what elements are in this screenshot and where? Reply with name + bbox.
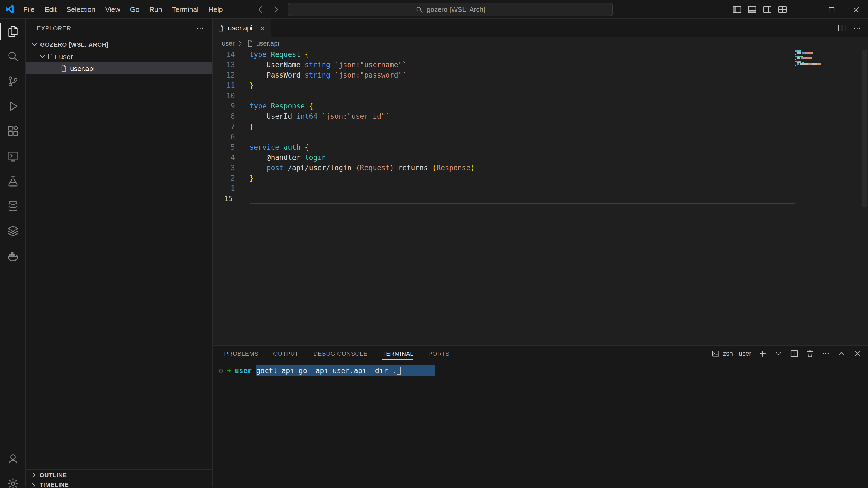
minimize-button[interactable] [795, 0, 819, 19]
menu-selection[interactable]: Selection [62, 0, 100, 19]
titlebar: FileEditSelectionViewGoRunTerminalHelp g… [0, 0, 868, 19]
activitybar-search[interactable] [0, 44, 26, 69]
code-line[interactable]: 9type Response { [213, 101, 868, 111]
split-editor-icon[interactable] [838, 24, 846, 32]
activitybar-source-control[interactable] [0, 69, 26, 94]
editor-more-actions-icon[interactable] [853, 24, 862, 32]
toggle-panel-icon[interactable] [748, 5, 757, 14]
minimap[interactable] [795, 51, 839, 68]
kill-terminal-icon[interactable] [806, 349, 814, 358]
menu-terminal[interactable]: Terminal [167, 0, 204, 19]
terminal-instance-badge[interactable]: zsh - user [712, 350, 751, 357]
terminal-content[interactable]: ➜ user goctl api go -api user.api -dir . [213, 361, 868, 376]
search-icon [7, 51, 19, 62]
panel-tab-problems[interactable]: PROBLEMS [224, 346, 258, 361]
activitybar-testing[interactable] [0, 169, 26, 194]
code-line[interactable]: 2} [213, 173, 868, 183]
accounts-icon [7, 453, 19, 465]
code-line[interactable]: 7} [213, 122, 868, 132]
vscode-logo-icon [5, 4, 15, 14]
terminal-dropdown-chevron-icon[interactable] [774, 349, 783, 358]
nav-forward-icon[interactable] [271, 5, 280, 14]
editor-tabbar: user.api [213, 19, 868, 37]
toggle-secondary-sidebar-icon[interactable] [763, 5, 772, 14]
breadcrumb-file[interactable]: user.api [256, 40, 279, 47]
new-terminal-icon[interactable] [758, 349, 767, 358]
menu-help[interactable]: Help [204, 0, 228, 19]
menu-go[interactable]: Go [125, 0, 145, 19]
tab-user-api[interactable]: user.api [213, 19, 271, 37]
code-line[interactable]: 13 UserName string `json:"username"` [213, 60, 868, 70]
file-icon [247, 40, 254, 47]
activitybar-settings[interactable] [0, 471, 26, 488]
panel-more-actions-icon[interactable] [822, 349, 830, 358]
activitybar-layers[interactable] [0, 219, 26, 243]
breadcrumb-folder[interactable]: user [222, 40, 235, 47]
prompt-arrow: ➜ [227, 366, 231, 375]
code-line[interactable]: 12 PassWord string `json:"password"` [213, 70, 868, 80]
code-line[interactable]: 8 UserId int64 `json:"user_id"` [213, 111, 868, 122]
customize-layout-icon[interactable] [778, 5, 787, 14]
tree-item-label: user.api [70, 64, 95, 72]
activitybar-run-and-debug[interactable] [0, 94, 26, 119]
panel-tab-output[interactable]: OUTPUT [273, 346, 299, 361]
workspace-root[interactable]: GOZERO [WSL: ARCH] [26, 38, 212, 51]
workspace-label: GOZERO [WSL: ARCH] [40, 41, 108, 48]
code-line[interactable]: 11} [213, 80, 868, 91]
activitybar-extensions[interactable] [0, 119, 26, 144]
tab-close-icon[interactable] [259, 24, 267, 32]
terminal-selection: goctl api go -api user.api -dir . [256, 365, 435, 376]
code-line[interactable]: 14type Request { [213, 50, 868, 60]
explorer-icon [7, 26, 19, 37]
toggle-sidebar-icon[interactable] [733, 5, 742, 14]
editor-scrollbar[interactable] [862, 50, 867, 207]
code-line[interactable]: 1 [213, 183, 868, 194]
code-line[interactable]: 10 [213, 91, 868, 101]
split-terminal-icon[interactable] [790, 349, 799, 358]
line-number: 3 [213, 163, 235, 173]
activitybar-accounts[interactable] [0, 446, 26, 471]
line-number: 15 [213, 194, 235, 204]
panel-tab-debug-console[interactable]: DEBUG CONSOLE [313, 346, 368, 361]
close-panel-icon[interactable] [853, 349, 862, 358]
menu-view[interactable]: View [100, 0, 125, 19]
sidebar-section-outline[interactable]: OUTLINE [26, 469, 212, 480]
activitybar-explorer[interactable] [0, 19, 26, 44]
menubar: FileEditSelectionViewGoRunTerminalHelp [19, 0, 228, 19]
code-line[interactable]: 6 [213, 132, 868, 142]
menu-run[interactable]: Run [144, 0, 167, 19]
activitybar-database[interactable] [0, 194, 26, 219]
close-button[interactable] [844, 0, 868, 19]
command-center[interactable]: gozero [WSL: Arch] [287, 3, 613, 16]
explorer-more-actions-icon[interactable] [196, 24, 205, 33]
settings-icon [7, 478, 19, 488]
chevron-right-icon [29, 482, 38, 487]
panel-tab-ports[interactable]: PORTS [428, 346, 450, 361]
command-center-label: gozero [WSL: Arch] [427, 6, 485, 13]
menu-edit[interactable]: Edit [40, 0, 62, 19]
section-label: OUTLINE [40, 471, 67, 478]
code-line[interactable]: 3 post /api/user/login (Request) returns… [213, 163, 868, 173]
sidebar-bottom-sections: OUTLINETIMELINE [26, 469, 212, 487]
code-line[interactable]: 15 [213, 194, 868, 204]
line-number: 7 [213, 122, 235, 132]
code-line[interactable]: 5service auth { [213, 142, 868, 152]
menu-file[interactable]: File [19, 0, 40, 19]
maximize-button[interactable] [819, 0, 844, 19]
explorer-item-user[interactable]: user [26, 51, 212, 62]
explorer-item-user-api[interactable]: user.api [26, 62, 212, 74]
code-line[interactable]: 4 @handler login [213, 152, 868, 163]
activitybar-docker[interactable] [0, 243, 26, 268]
code-viewport[interactable]: 14type Request {13 UserName string `json… [213, 50, 868, 346]
sidebar-section-timeline[interactable]: TIMELINE [26, 480, 212, 487]
command-decoration-icon[interactable] [219, 369, 223, 372]
code-lines: 14type Request {13 UserName string `json… [213, 50, 868, 204]
folder-icon [48, 52, 56, 61]
bottom-panel: PROBLEMSOUTPUTDEBUG CONSOLETERMINALPORTS… [213, 346, 868, 487]
nav-back-icon[interactable] [256, 5, 265, 14]
maximize-panel-icon[interactable] [837, 349, 846, 358]
activitybar-remote-explorer[interactable] [0, 144, 26, 169]
panel-tab-terminal[interactable]: TERMINAL [382, 346, 414, 361]
activity-bar [0, 19, 26, 487]
line-number: 9 [213, 101, 235, 111]
